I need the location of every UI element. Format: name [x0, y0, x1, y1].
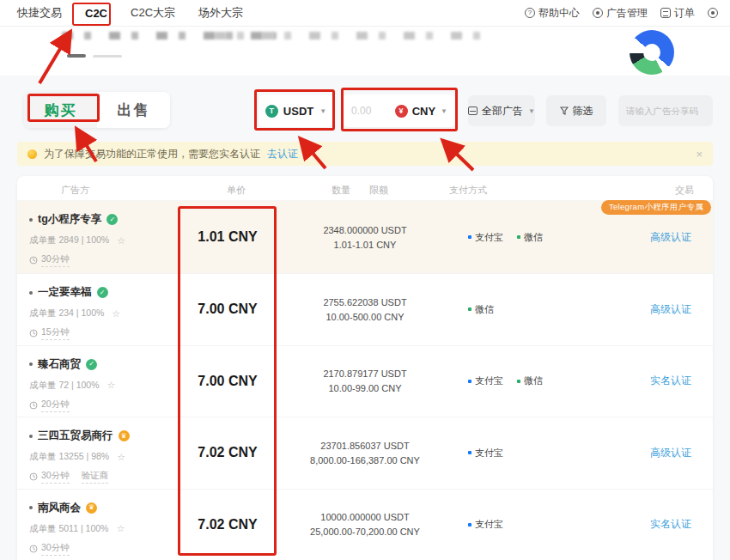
nav-link-订单[interactable]: 订单	[660, 6, 695, 21]
payment-methods: 支付宝	[468, 417, 503, 489]
nav-link-帮助中心[interactable]: ?帮助中心	[525, 6, 580, 21]
order-limit: 25,000.00-70,200.00 CNY	[310, 527, 420, 537]
available-amount: 2348.000000 USDT	[323, 225, 406, 235]
advertiser-name[interactable]: 臻石商贸	[38, 357, 81, 372]
orders-stats: 成单量 5011 | 100%	[29, 523, 108, 535]
payment-methods: 支付宝微信	[468, 346, 543, 417]
go-verify-link[interactable]: 去认证	[267, 147, 298, 161]
price: 1.01 CNY	[178, 201, 277, 273]
order-limit: 10.00-99.00 CNY	[329, 383, 402, 393]
nav-link-label: 订单	[674, 6, 695, 21]
c2c-trading-page: 快捷交易C2CC2C大宗场外大宗 ?帮助中心广告管理订单 购买 出售 T USD…	[0, 0, 730, 560]
header-payment: 支付方式	[449, 184, 487, 197]
cert-link[interactable]: 高级认证	[650, 302, 691, 317]
star-icon[interactable]: ☆	[117, 452, 125, 463]
advertiser-cell: 三四五贸易商行 ♛ 成单量 13255 | 98% ☆ 30分钟 验证商	[29, 429, 130, 484]
advertiser-name[interactable]: 南风商会	[38, 501, 81, 515]
star-icon[interactable]: ☆	[117, 235, 125, 247]
orders-stats: 成单量 13255 | 98%	[29, 451, 109, 463]
payment-methods: 支付宝	[468, 490, 503, 560]
star-icon[interactable]: ☆	[116, 523, 125, 534]
release-time: 30分钟	[41, 253, 70, 267]
table-body: tg小程序专享 ✓ 成单量 2849 | 100% ☆ 30分钟 1.01 CN…	[17, 201, 713, 560]
nav-link-icon[interactable]	[708, 8, 718, 18]
faded-subtitle-remnant	[93, 55, 122, 58]
advertiser-cell: tg小程序专享 ✓ 成单量 2849 | 100% ☆ 30分钟	[29, 212, 125, 267]
online-dot	[29, 435, 33, 438]
status-circle-icon	[708, 8, 718, 18]
payment-method: 微信	[468, 303, 494, 316]
header-trade: 交易	[675, 184, 694, 197]
merchant-badge-icon: ✓	[97, 287, 108, 298]
nav-link-label: 广告管理	[606, 6, 648, 21]
nav-tab-2[interactable]: C2C	[85, 7, 107, 20]
payment-label: 支付宝	[475, 374, 503, 387]
amount-input[interactable]	[351, 105, 389, 117]
price: 7.00 CNY	[178, 274, 277, 345]
star-icon[interactable]: ☆	[112, 308, 120, 320]
online-dot	[29, 362, 33, 366]
payment-method: 微信	[517, 231, 543, 244]
warning-dot-icon	[27, 149, 37, 159]
payment-method: 支付宝	[468, 518, 503, 531]
release-time: 15分钟	[41, 326, 70, 340]
nav-link-广告管理[interactable]: 广告管理	[593, 6, 648, 21]
table-row[interactable]: 臻石商贸 ✓ 成单量 72 | 100% ☆ 20分钟 7.00 CNY 217…	[17, 346, 713, 418]
clock-icon	[29, 256, 38, 265]
asset-select-value: USDT	[283, 105, 313, 118]
asset-select[interactable]: T USDT ▼	[259, 94, 333, 127]
cert-link[interactable]: 高级认证	[650, 446, 691, 460]
header-limit: 限额	[369, 184, 388, 197]
order-icon	[660, 8, 671, 18]
table-row[interactable]: 三四五贸易商行 ♛ 成单量 13255 | 98% ☆ 30分钟 验证商 7.0…	[17, 417, 713, 490]
available-amount: 2170.879177 USDT	[323, 368, 406, 379]
telegram-promo-badge: Telegram小程序用户专属	[601, 200, 711, 215]
nav-tab-3[interactable]: C2C大宗	[131, 5, 175, 21]
cert-link[interactable]: 实名认证	[650, 517, 691, 532]
verified-merchant-tag: 验证商	[82, 470, 109, 484]
nav-tab-1[interactable]: 快捷交易	[17, 5, 62, 21]
payment-dot-icon	[468, 451, 471, 454]
online-dot	[29, 291, 33, 295]
clock-icon	[29, 545, 38, 553]
advertiser-name[interactable]: 三四五贸易商行	[38, 429, 113, 443]
sell-tab[interactable]: 出售	[97, 92, 170, 128]
payment-dot-icon	[517, 235, 520, 239]
ad-type-select[interactable]: 全部广告 ▼	[468, 95, 535, 126]
table-row[interactable]: 一定要幸福 ✓ 成单量 234 | 100% ☆ 15分钟 7.00 CNY 2…	[17, 274, 713, 346]
payment-label: 支付宝	[475, 447, 503, 460]
faded-subtitle-dash	[67, 54, 86, 58]
ad-search-input[interactable]	[626, 106, 705, 116]
buy-tab[interactable]: 购买	[24, 92, 97, 128]
close-icon[interactable]: ×	[696, 148, 703, 161]
cert-link[interactable]: 实名认证	[650, 374, 691, 388]
available-amount: 23701.856037 USDT	[320, 441, 409, 451]
nav-link-label: 帮助中心	[538, 6, 580, 21]
nav-links: ?帮助中心广告管理订单	[525, 6, 718, 21]
header-advertiser: 广告方	[61, 184, 89, 197]
ads-table-card: 广告方 单价 数量 限额 支付方式 交易 Telegram小程序用户专属 tg小…	[17, 176, 713, 560]
payment-label: 微信	[524, 231, 543, 244]
advertiser-name[interactable]: 一定要幸福	[38, 285, 92, 300]
kyc-notice-text: 为了保障交易功能的正常使用，需要您实名认证	[44, 147, 260, 161]
price: 7.02 CNY	[178, 417, 277, 489]
filter-button[interactable]: 筛选	[546, 95, 606, 126]
faded-title-remnant	[215, 32, 498, 40]
clock-icon	[29, 472, 38, 481]
brand-logo	[630, 30, 674, 75]
ad-type-label: 全部广告	[482, 104, 523, 119]
payment-dot-icon	[468, 523, 471, 527]
tether-icon: T	[265, 105, 278, 118]
star-icon[interactable]: ☆	[107, 380, 116, 391]
ad-search-box	[618, 95, 713, 126]
nav-tab-4[interactable]: 场外大宗	[198, 5, 243, 21]
fiat-select[interactable]: ¥ CNY ▼	[395, 105, 447, 118]
amount-cell: 10000.000000 USDT 25,000.00-70,200.00 CN…	[283, 490, 447, 560]
nav-tabs: 快捷交易C2CC2C大宗场外大宗	[17, 5, 243, 21]
cert-link[interactable]: 高级认证	[650, 230, 691, 245]
amount-cell: 23701.856037 USDT 8,000.00-166,387.00 CN…	[283, 417, 447, 489]
advertiser-name[interactable]: tg小程序专享	[38, 212, 101, 227]
chevron-down-icon: ▼	[441, 107, 447, 115]
table-row[interactable]: 南风商会 ♛ 成单量 5011 | 100% ☆ 30分钟 7.02 CNY 1…	[17, 490, 713, 560]
payment-dot-icon	[468, 307, 471, 311]
